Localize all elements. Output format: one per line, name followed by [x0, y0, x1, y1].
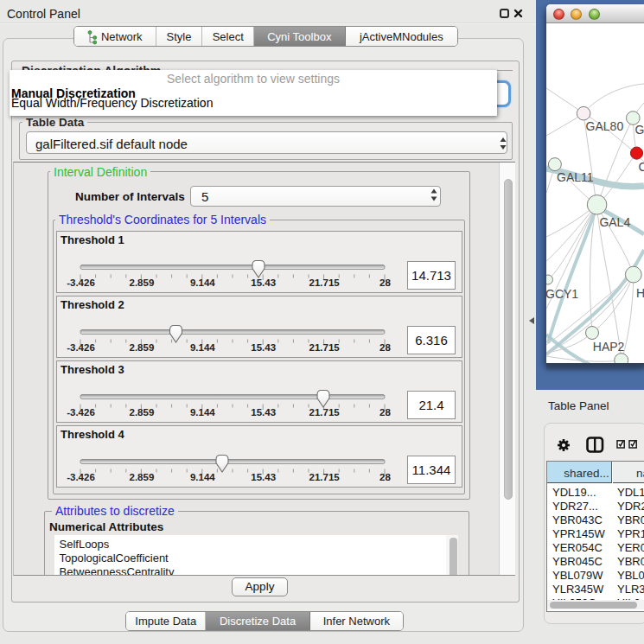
svg-text:GAL11: GAL11: [557, 170, 594, 184]
svg-text:GCY1: GCY1: [546, 287, 578, 301]
svg-text:HAP2: HAP2: [593, 340, 625, 354]
svg-text:GAL4: GAL4: [599, 215, 630, 229]
svg-text:C: C: [639, 160, 644, 174]
svg-text:GA: GA: [635, 123, 644, 137]
svg-text:H: H: [636, 286, 644, 300]
svg-text:GAL80: GAL80: [586, 119, 624, 133]
